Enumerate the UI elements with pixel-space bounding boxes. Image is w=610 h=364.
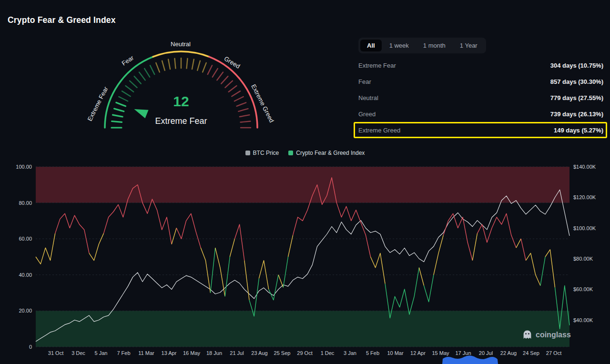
gauge-tick xyxy=(139,72,145,80)
x-axis-tick: 1 Dec xyxy=(321,350,335,356)
fear-greed-line-segment xyxy=(443,213,472,260)
gauge-label-neutral: Neutral xyxy=(171,40,191,48)
left-axis-tick: 80.00 xyxy=(19,200,32,206)
fear-greed-line-segment xyxy=(244,261,249,300)
stat-row-extreme-greed[interactable]: Extreme Greed 149 days (5.27%) xyxy=(354,122,607,138)
gauge-tick xyxy=(130,81,137,88)
bottom-blue-shape xyxy=(442,355,498,364)
x-axis-tick: 15 May xyxy=(432,350,449,356)
legend-label: Crypto Fear & Greed Index xyxy=(296,150,365,156)
gauge-tick xyxy=(192,59,194,69)
fear-greed-line-segment xyxy=(36,233,55,264)
fear-greed-line-segment xyxy=(540,257,545,286)
gauge-tick xyxy=(134,76,141,84)
legend-item-fear-greed[interactable]: Crypto Fear & Greed Index xyxy=(288,150,365,156)
x-axis-tick: 12 Apr xyxy=(410,350,426,356)
stat-label: Neutral xyxy=(358,94,378,101)
gauge-tick xyxy=(221,76,228,84)
x-axis-tick: 23 Aug xyxy=(251,350,267,356)
x-axis-tick: 27 Oct xyxy=(546,350,561,356)
fear-greed-line-segment xyxy=(230,239,234,257)
stat-row-neutral[interactable]: Neutral 779 days (27.55%) xyxy=(354,90,607,106)
legend-swatch-fear-greed xyxy=(288,151,293,155)
stat-row-greed[interactable]: Greed 739 days (26.13%) xyxy=(354,106,607,122)
x-axis-tick: 5 Jan xyxy=(95,350,108,356)
tab-all[interactable]: All xyxy=(360,40,382,51)
gauge-classification: Extreme Fear xyxy=(86,116,276,126)
stats-panel: Extreme Fear 304 days (10.75%) Fear 857 … xyxy=(354,57,607,138)
gauge-tick xyxy=(168,59,170,69)
gauge-tick xyxy=(213,69,218,77)
fear-greed-line-segment xyxy=(419,268,424,286)
stat-label: Fear xyxy=(358,78,371,85)
x-axis-tick: 29 Oct xyxy=(297,350,312,356)
x-axis-tick: 11 Mar xyxy=(138,350,154,356)
page-title: Crypto Fear & Greed Index xyxy=(8,15,116,25)
left-axis-tick: 20.00 xyxy=(19,308,32,313)
gauge-tick xyxy=(162,61,165,71)
fear-greed-line-segment xyxy=(278,275,283,288)
fear-greed-line-segment xyxy=(478,213,517,248)
x-axis-tick: 3 Jan xyxy=(344,350,356,356)
gauge-arc-segment xyxy=(153,51,209,57)
left-axis-tick: 40.00 xyxy=(19,272,32,278)
stat-row-fear[interactable]: Fear 857 days (30.30%) xyxy=(354,73,607,90)
time-range-tabs: All 1 week 1 month 1 Year xyxy=(358,38,486,53)
fear-greed-line-segment xyxy=(176,213,201,248)
x-axis-tick: 25 Sep xyxy=(274,350,291,356)
x-axis-tick: 16 May xyxy=(183,350,201,356)
x-axis-tick: 24 Sep xyxy=(523,350,539,356)
x-axis-tick: 7 Feb xyxy=(117,350,130,356)
legend-swatch-btc xyxy=(245,151,250,155)
fear-greed-line-segment xyxy=(371,253,386,283)
x-axis-tick: 5 Feb xyxy=(366,350,379,356)
right-axis-tick: $40.00K xyxy=(573,317,593,323)
legend-label: BTC Price xyxy=(253,150,279,156)
x-axis-tick: 31 Oct xyxy=(48,350,63,356)
fear-greed-line-segment xyxy=(172,228,176,244)
x-axis-tick: 13 Apr xyxy=(162,350,177,356)
fear-greed-line-segment xyxy=(516,239,521,248)
gauge-value: 12 xyxy=(86,93,276,110)
gauge-tick xyxy=(187,59,188,69)
tab-1-month[interactable]: 1 month xyxy=(417,40,452,51)
right-axis-tick: $140.00K xyxy=(573,164,596,170)
fear-greed-line-segment xyxy=(434,235,443,275)
fear-greed-line-segment xyxy=(545,250,555,287)
fear-greed-line-segment xyxy=(288,235,293,257)
gauge-tick xyxy=(175,59,176,69)
fear-greed-line-segment xyxy=(521,239,526,260)
fear-greed-line-segment xyxy=(526,253,540,285)
right-axis-tick: $60.00K xyxy=(573,286,593,292)
stat-value: 857 days (30.30%) xyxy=(550,78,603,85)
stat-label: Greed xyxy=(358,111,376,118)
fear-greed-line-segment xyxy=(424,275,434,302)
x-axis-tick: 21 Jul xyxy=(230,350,244,356)
tab-1-week[interactable]: 1 week xyxy=(383,40,416,51)
x-axis-tick: 22 Aug xyxy=(500,350,517,356)
fear-greed-line-segment xyxy=(235,224,244,261)
chart-legend: BTC Price Crypto Fear & Greed Index xyxy=(0,150,610,156)
stat-value: 149 days (5.27%) xyxy=(554,127,603,134)
legend-item-btc-price[interactable]: BTC Price xyxy=(245,150,279,156)
x-axis-tick: 20 Jul xyxy=(479,350,493,356)
x-axis-tick: 18 Jun xyxy=(206,350,222,356)
right-axis-tick: $100.00K xyxy=(573,225,596,231)
tab-1-year[interactable]: 1 Year xyxy=(453,40,484,51)
stat-label: Extreme Greed xyxy=(358,127,400,134)
x-axis-tick: 10 Mar xyxy=(387,350,404,356)
fear-greed-line-segment xyxy=(269,275,278,300)
gauge-tick xyxy=(150,65,154,74)
fear-greed-line-segment xyxy=(215,248,225,296)
right-axis-tick: $80.00K xyxy=(573,256,593,262)
fear-greed-history-chart[interactable]: 020.0040.0060.0080.00100.00$40.00K$60.00… xyxy=(0,162,610,364)
fear-greed-line-segment xyxy=(55,213,89,253)
x-axis-tick: 3 Dec xyxy=(71,350,85,356)
fear-greed-line-segment xyxy=(89,233,104,261)
fear-greed-dashboard: Crypto Fear & Greed Index Extreme Fear F… xyxy=(0,0,610,364)
fear-greed-line-segment xyxy=(249,278,259,316)
fear-greed-line-segment xyxy=(385,268,419,318)
gauge-tick xyxy=(197,61,200,71)
coinglass-wordmark: coinglass xyxy=(536,331,571,339)
stat-row-extreme-fear[interactable]: Extreme Fear 304 days (10.75%) xyxy=(354,57,607,73)
